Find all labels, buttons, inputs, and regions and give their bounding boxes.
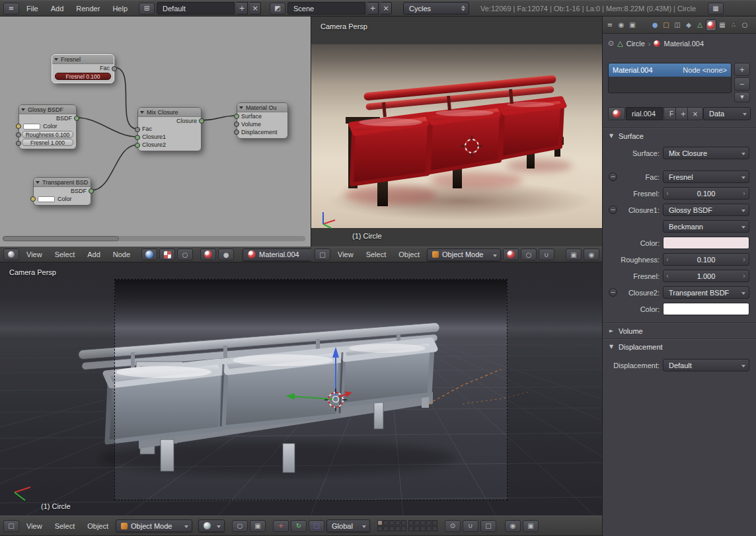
render-still-button[interactable]: ▣ [566, 249, 582, 260]
glossy-distribution-select[interactable]: Beckmann [663, 220, 749, 233]
layer-cell[interactable] [426, 520, 432, 525]
proportional-edit-button[interactable]: ⊙ [445, 520, 461, 532]
snap-element-button[interactable]: □ [480, 520, 496, 532]
node-fresnel[interactable]: Fresnel Fac Fresnel 0.100 [52, 54, 114, 83]
tab-texture[interactable]: ▦ [717, 19, 728, 31]
manipulator-translate-button[interactable]: + [273, 520, 289, 532]
snap-magnet-button[interactable]: ∪ [463, 520, 478, 532]
screen-layout-field[interactable]: Default [157, 2, 235, 15]
glossy-fresnel-slider[interactable]: ‹ 1.000 › [663, 270, 749, 282]
render-menu-view[interactable]: View [332, 250, 359, 258]
fresnel-ior-slider[interactable]: ‹ 0.100 › [663, 187, 749, 200]
glossy-color-swatch[interactable] [663, 237, 749, 249]
layer-cell[interactable] [408, 520, 414, 525]
editor-type-node-button[interactable] [3, 249, 19, 260]
layer-cell[interactable] [389, 520, 395, 525]
layer-cell[interactable] [383, 520, 389, 525]
editor-type-3dview-button[interactable]: □ [3, 520, 19, 532]
menu-render[interactable]: Render [71, 5, 105, 13]
socket-mix-closure-output[interactable] [199, 118, 204, 124]
socket-fresnel-fac-output[interactable] [112, 66, 117, 71]
slot-specials-button[interactable]: ▼ [734, 92, 750, 102]
viewport-canvas[interactable]: Camera Persp (1) Circle [0, 262, 603, 516]
transparent-color-swatch[interactable] [38, 196, 55, 202]
layer-cell[interactable] [426, 526, 432, 531]
menu-file[interactable]: File [21, 5, 44, 13]
viewport-menu-object[interactable]: Object [82, 522, 114, 530]
tab-particles[interactable]: ∴ [728, 19, 739, 31]
fac-input-select[interactable]: Fresnel [663, 171, 749, 183]
layer-cell[interactable] [401, 526, 406, 531]
node-transparent-color-row[interactable]: Color [34, 195, 91, 203]
socket-transparent-color-input[interactable] [30, 196, 36, 202]
tab-world[interactable]: ● [650, 19, 660, 31]
shader-type-world-button[interactable] [159, 249, 175, 260]
node-transparent-header[interactable]: Transparent BSD [34, 178, 91, 187]
tab-material[interactable] [706, 19, 716, 31]
transparent-color-swatch[interactable] [663, 303, 749, 315]
pivot-point-button[interactable]: ○ [521, 249, 537, 260]
menu-add[interactable]: Add [46, 5, 69, 13]
layer-cell[interactable] [414, 520, 420, 525]
viewport-menu-select[interactable]: Select [50, 522, 81, 530]
node-fresnel-header[interactable]: Fresnel [52, 55, 114, 64]
socket-mix-closure2-input[interactable] [135, 143, 140, 148]
closure1-shader-select[interactable]: Glossy BSDF [663, 204, 749, 216]
socket-glossy-roughness-input[interactable] [16, 132, 21, 137]
breadcrumb-object[interactable]: Circle [626, 40, 645, 48]
layer-cell[interactable] [389, 526, 395, 531]
shader-type-lamp-button[interactable]: ○ [177, 249, 193, 260]
viewport-menu-view[interactable]: View [21, 522, 48, 530]
node-menu-add[interactable]: Add [82, 250, 106, 258]
node-menu-select[interactable]: Select [50, 250, 81, 258]
node-tree-type-material-button[interactable] [200, 249, 216, 260]
layer-cell[interactable] [420, 526, 426, 531]
snap-button[interactable]: ∪ [539, 249, 554, 260]
manipulator-rotate-button[interactable]: ↻ [291, 520, 307, 532]
render-menu-select[interactable]: Select [361, 250, 392, 258]
layers-widget[interactable] [377, 520, 437, 531]
rendered-viewport[interactable]: Camera Persp (1) Circle [311, 17, 603, 247]
node-mix-header[interactable]: Mix Closure [138, 108, 201, 117]
scene-delete-button[interactable]: × [381, 2, 392, 15]
tab-modifiers[interactable]: ◆ [683, 19, 694, 31]
displacement-panel-header[interactable]: ▼ Displacement [603, 341, 756, 353]
scene-add-button[interactable]: + [367, 2, 379, 15]
viewport-shading-select[interactable] [198, 519, 225, 532]
layer-cell[interactable] [414, 526, 420, 531]
node-menu-view[interactable]: View [21, 250, 48, 258]
layer-cell[interactable] [377, 526, 383, 531]
layer-cell[interactable] [383, 526, 389, 531]
camera-frame[interactable] [114, 279, 508, 500]
node-transparent-bsdf[interactable]: Transparent BSD BSDF Color [33, 177, 91, 206]
glossy-color-swatch[interactable] [23, 124, 40, 130]
node-tree-type-texture-button[interactable]: ● [218, 249, 234, 260]
menu-help[interactable]: Help [107, 5, 133, 13]
surface-shader-select[interactable]: Mix Closure [663, 147, 749, 159]
displacement-select[interactable]: Default [663, 359, 749, 371]
pin-icon[interactable]: ⊙ [608, 39, 614, 48]
scene-field[interactable]: Scene [287, 2, 365, 15]
surface-panel-header[interactable]: ▼ Surface [603, 130, 756, 142]
screen-layout-delete-button[interactable]: × [250, 2, 261, 15]
render-engine-select[interactable]: Cycles [403, 2, 469, 15]
opengl-render-still-button[interactable]: ◉ [505, 520, 521, 532]
slot-add-button[interactable]: + [734, 63, 750, 76]
node-glossy-color-row[interactable]: Color [19, 122, 76, 130]
editor-type-info-button[interactable]: ≡ [3, 3, 19, 15]
socket-output-volume-input[interactable] [234, 122, 239, 127]
node-editor-scrollbar[interactable] [3, 236, 305, 241]
manipulator-scale-button[interactable]: □ [309, 520, 324, 532]
node-glossy-bsdf[interactable]: Glossy BSDF BSDF Color Roughness 0.100 F… [19, 104, 77, 149]
render-mode-select[interactable]: Object Mode [427, 249, 501, 261]
closure2-shader-select[interactable]: Transparent BSDF [663, 286, 749, 299]
window-icon[interactable]: ▦ [708, 3, 724, 15]
material-browse-button[interactable] [608, 107, 625, 120]
volume-panel-header[interactable]: ► Volume [603, 325, 756, 337]
shader-type-object-button[interactable] [141, 249, 157, 260]
node-material-output[interactable]: Material Ou Surface Volume Displacement [237, 102, 288, 139]
node-material-output-header[interactable]: Material Ou [237, 103, 287, 112]
node-editor-scrollbar-thumb[interactable] [3, 236, 119, 241]
socket-glossy-fresnel-input[interactable] [16, 141, 21, 146]
opengl-render-anim-button[interactable]: ▣ [523, 520, 539, 532]
